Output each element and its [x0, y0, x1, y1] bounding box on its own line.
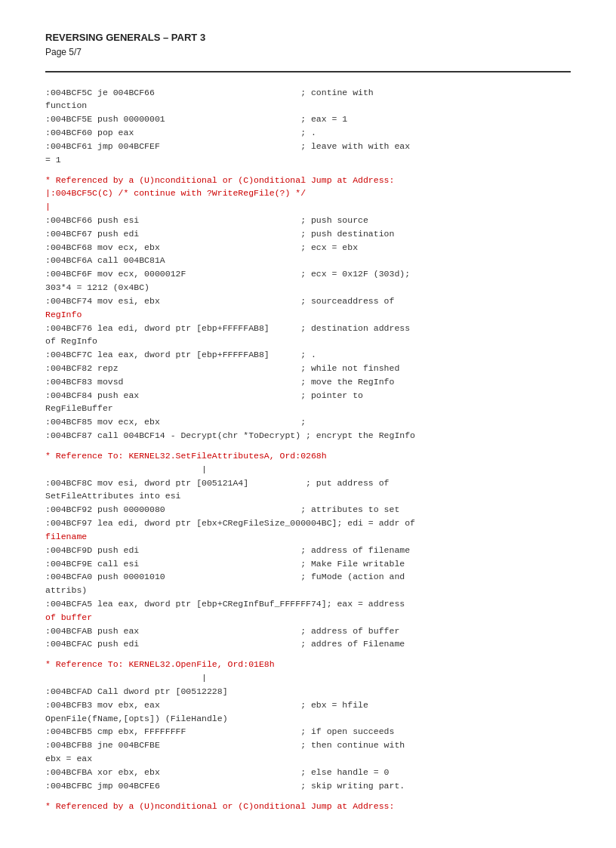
- header-divider: [45, 71, 571, 72]
- code-line: [45, 793, 571, 800]
- code-line: [45, 443, 571, 449]
- code-line: :004BCFB8 jne 004BCFBE ; then continue w…: [45, 739, 571, 752]
- code-line: SetFileAttributes into esi: [45, 489, 571, 503]
- code-line: :004BCFA5 lea eax, dword ptr [ebp+CRegIn…: [45, 597, 571, 611]
- code-line: * Reference To: KERNEL32.SetFileAttribut…: [45, 449, 571, 463]
- code-line: function: [45, 99, 571, 113]
- code-line: |: [45, 200, 571, 214]
- code-line: * Reference To: KERNEL32.OpenFile, Ord:0…: [45, 658, 571, 671]
- code-line: attribs): [45, 584, 571, 597]
- code-line: RegFileBuffer: [45, 402, 571, 415]
- code-line: :004BCF7C lea eax, dword ptr [ebp+FFFFFA…: [45, 348, 571, 362]
- code-line: :004BCF87 call 004BCF14 - Decrypt(chr *T…: [45, 429, 571, 443]
- code-line: RegInfo: [45, 308, 571, 322]
- code-line: :004BCF74 mov esi, ebx ; sourceaddress o…: [45, 294, 571, 308]
- page-header: REVERSING GENERALS – PART 3 Page 5/7: [45, 30, 571, 59]
- code-line: :004BCF66 push esi ; push source: [45, 214, 571, 227]
- code-line: :004BCF82 repz ; while not finshed: [45, 362, 571, 375]
- code-line: |: [45, 463, 571, 476]
- code-line: ebx = eax: [45, 752, 571, 766]
- code-line: = 1: [45, 153, 571, 167]
- code-line: :004BCFAD Call dword ptr [00512228]: [45, 685, 571, 698]
- code-line: :004BCF84 push eax ; pointer to: [45, 389, 571, 402]
- code-line: of buffer: [45, 611, 571, 624]
- code-line: :004BCF9D push edi ; address of filename: [45, 544, 571, 557]
- code-line: :004BCFA0 push 00001010 ; fuMode (action…: [45, 570, 571, 584]
- code-line: :004BCF5E push 00000001 ; eax = 1: [45, 113, 571, 126]
- code-line: :004BCFBC jmp 004BCFE6 ; skip writing pa…: [45, 779, 571, 793]
- code-line: :004BCF92 push 00000080 ; attributes to …: [45, 503, 571, 517]
- code-line: :004BCF67 push edi ; push destination: [45, 227, 571, 241]
- code-line: * Referenced by a (U)nconditional or (C)…: [45, 800, 571, 813]
- page-title: REVERSING GENERALS – PART 3: [45, 30, 571, 45]
- code-line: :004BCFB3 mov ebx, eax ; ebx = hfile: [45, 698, 571, 712]
- code-line: [45, 166, 571, 173]
- page-subtitle: Page 5/7: [45, 45, 571, 59]
- code-line: :004BCFB5 cmp ebx, FFFFFFFF ; if open su…: [45, 725, 571, 739]
- code-line: :004BCF9E call esi ; Make File writable: [45, 557, 571, 571]
- code-line: 303*4 = 1212 (0x4BC): [45, 281, 571, 294]
- code-line: :004BCFBA xor ebx, ebx ; else handle = 0: [45, 766, 571, 779]
- code-line: [45, 651, 571, 658]
- code-line: |:004BCF5C(C) /* continue with ?WriteReg…: [45, 187, 571, 200]
- code-line: :004BCF8C mov esi, dword ptr [005121A4] …: [45, 476, 571, 490]
- code-line: :004BCF6F mov ecx, 0000012F ; ecx = 0x12…: [45, 267, 571, 281]
- code-line: OpenFile(fName,[opts]) (FileHandle): [45, 712, 571, 726]
- code-line: * Referenced by a (U)nconditional or (C)…: [45, 174, 571, 187]
- code-line: :004BCF60 pop eax ; .: [45, 126, 571, 140]
- code-line: :004BCF6A call 004BC81A: [45, 254, 571, 267]
- code-line: :004BCF85 mov ecx, ebx ;: [45, 415, 571, 429]
- code-line: :004BCF68 mov ecx, ebx ; ecx = ebx: [45, 241, 571, 254]
- code-line: of RegInfo: [45, 335, 571, 348]
- code-line: :004BCF61 jmp 004BCFEF ; leave with with…: [45, 140, 571, 153]
- code-line: :004BCFAC push edi ; addres of Filename: [45, 637, 571, 651]
- code-line: filename: [45, 530, 571, 544]
- code-line: :004BCFAB push eax ; address of buffer: [45, 624, 571, 638]
- code-line: :004BCF5C je 004BCF66 ; contine with: [45, 86, 571, 100]
- code-line: :004BCF76 lea edi, dword ptr [ebp+FFFFFA…: [45, 322, 571, 335]
- code-line: :004BCF83 movsd ; move the RegInfo: [45, 375, 571, 389]
- code-content: :004BCF5C je 004BCF66 ; contine withfunc…: [45, 86, 571, 813]
- code-line: |: [45, 671, 571, 685]
- code-line: :004BCF97 lea edi, dword ptr [ebx+CRegFi…: [45, 517, 571, 530]
